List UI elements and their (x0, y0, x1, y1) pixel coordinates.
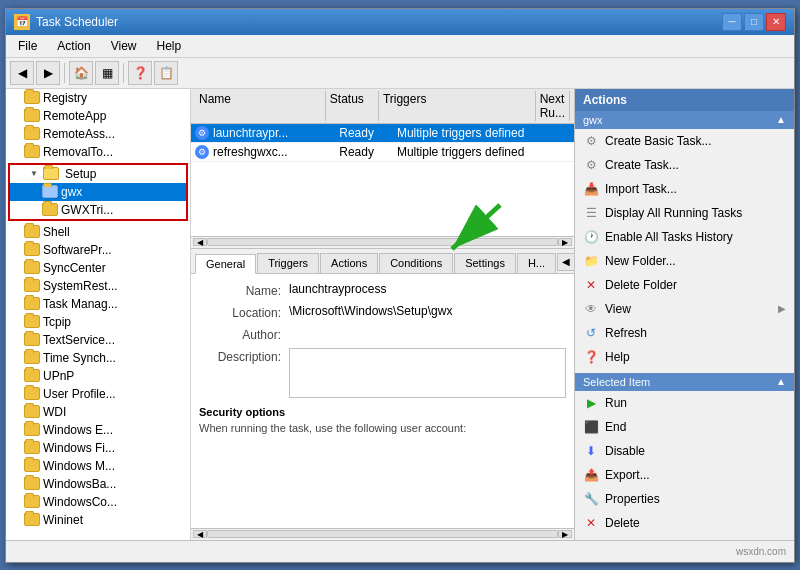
action-import-task[interactable]: 📥 Import Task... (575, 177, 794, 201)
sidebar-item-windowsm[interactable]: Windows M... (6, 457, 190, 475)
sidebar-item-systemrest[interactable]: SystemRest... (6, 277, 190, 295)
sidebar-item-tcpip[interactable]: Tcpip (6, 313, 190, 331)
tab-general[interactable]: General (195, 254, 256, 274)
sidebar-item-gwxtri[interactable]: GWXTri... (10, 201, 186, 219)
action-delete-folder[interactable]: ✕ Delete Folder (575, 273, 794, 297)
col-header-triggers[interactable]: Triggers (379, 91, 536, 121)
tab-settings[interactable]: Settings (454, 253, 516, 273)
action-label: Delete Folder (605, 278, 677, 292)
details-scroll-left[interactable]: ◀ (193, 530, 207, 538)
table-row[interactable]: ⚙ refreshgwxc... Ready Multiple triggers… (191, 143, 574, 162)
details-scroll-right[interactable]: ▶ (558, 530, 572, 538)
action-properties[interactable]: 🔧 Properties (575, 487, 794, 511)
folder-icon (42, 203, 58, 216)
sidebar-item-synccenter[interactable]: SyncCenter (6, 259, 190, 277)
center-panel: Name Status Triggers Next Ru... ⚙ launch… (191, 89, 574, 540)
forward-button[interactable]: ▶ (36, 61, 60, 85)
sidebar-item-wdi[interactable]: WDI (6, 403, 190, 421)
folder-icon (24, 333, 40, 346)
sidebar-item-registry[interactable]: Registry (6, 89, 190, 107)
actions-panel: Actions gwx ▲ ⚙ Create Basic Task... ⚙ C… (574, 89, 794, 540)
tab-history[interactable]: H... (517, 253, 556, 273)
col-header-nextrun[interactable]: Next Ru... (536, 91, 570, 121)
sidebar-item-shell[interactable]: Shell (6, 223, 190, 241)
sidebar-item-windowsco[interactable]: WindowsCo... (6, 493, 190, 511)
author-label: Author: (199, 326, 289, 342)
table-row[interactable]: ⚙ launchtraypr... Ready Multiple trigger… (191, 124, 574, 143)
collapse-gwx-btn[interactable]: ▲ (776, 114, 786, 125)
sidebar-item-gwx[interactable]: gwx (10, 183, 186, 201)
tab-triggers[interactable]: Triggers (257, 253, 319, 273)
action-export[interactable]: 📤 Export... (575, 463, 794, 487)
menu-view[interactable]: View (103, 37, 145, 55)
folder-icon (24, 495, 40, 508)
sidebar-item-textservice[interactable]: TextService... (6, 331, 190, 349)
action-create-basic[interactable]: ⚙ Create Basic Task... (575, 129, 794, 153)
menu-action[interactable]: Action (49, 37, 98, 55)
sidebar-item-windowsfi[interactable]: Windows Fi... (6, 439, 190, 457)
tab-actions[interactable]: Actions (320, 253, 378, 273)
menu-help[interactable]: Help (149, 37, 190, 55)
sidebar-item-upnp[interactable]: UPnP (6, 367, 190, 385)
action-label: Refresh (605, 326, 647, 340)
action-refresh[interactable]: ↺ Refresh (575, 321, 794, 345)
sidebar-item-removalto[interactable]: RemovalTo... (6, 143, 190, 161)
tab-prev-btn[interactable]: ◀ (557, 253, 574, 271)
action-end[interactable]: ⬛ End (575, 415, 794, 439)
expand-arrow: ▼ (28, 168, 40, 180)
sidebar-item-taskmanag[interactable]: Task Manag... (6, 295, 190, 313)
action-enable-history[interactable]: 🕐 Enable All Tasks History (575, 225, 794, 249)
up-button[interactable]: ▦ (95, 61, 119, 85)
folder-icon (24, 369, 40, 382)
task-list-hscrollbar[interactable]: ◀ ▶ (191, 236, 574, 248)
action-run[interactable]: ▶ Run (575, 391, 794, 415)
action-label: Create Basic Task... (605, 134, 712, 148)
sidebar-item-softwarepr[interactable]: SoftwarePr... (6, 241, 190, 259)
hscroll-track[interactable] (207, 238, 558, 246)
menu-file[interactable]: File (10, 37, 45, 55)
sidebar-item-wininet[interactable]: Wininet (6, 511, 190, 529)
action-help[interactable]: ❓ Help (575, 345, 794, 369)
col-header-status[interactable]: Status (326, 91, 379, 121)
action-label: Create Task... (605, 158, 679, 172)
action-display-running[interactable]: ☰ Display All Running Tasks (575, 201, 794, 225)
sidebar-item-setup[interactable]: ▼ Setup (10, 165, 186, 183)
back-button[interactable]: ◀ (10, 61, 34, 85)
selected-item-section-title[interactable]: Selected Item ▲ (575, 373, 794, 391)
security-header: Security options (199, 406, 566, 418)
details-hscrollbar[interactable]: ◀ ▶ (191, 528, 574, 540)
collapse-selected-btn[interactable]: ▲ (776, 376, 786, 387)
sidebar-item-timesynch[interactable]: Time Synch... (6, 349, 190, 367)
sidebar-item-remoteapp[interactable]: RemoteApp (6, 107, 190, 125)
sidebar-item-remoteass[interactable]: RemoteAss... (6, 125, 190, 143)
col-header-name[interactable]: Name (195, 91, 326, 121)
list-icon: ☰ (583, 205, 599, 221)
action-new-folder[interactable]: 📁 New Folder... (575, 249, 794, 273)
details-hscroll-track[interactable] (207, 530, 558, 538)
help-button[interactable]: ❓ (128, 61, 152, 85)
export-button[interactable]: 📋 (154, 61, 178, 85)
scroll-right-btn[interactable]: ▶ (558, 238, 572, 246)
action-delete[interactable]: ✕ Delete (575, 511, 794, 535)
close-button[interactable]: ✕ (766, 13, 786, 31)
task-status: Ready (339, 126, 397, 140)
gwx-section-title[interactable]: gwx ▲ (575, 111, 794, 129)
maximize-button[interactable]: □ (744, 13, 764, 31)
scroll-left-btn[interactable]: ◀ (193, 238, 207, 246)
form-row-location: Location: \Microsoft\Windows\Setup\gwx (199, 304, 566, 320)
sidebar-item-userprofile[interactable]: User Profile... (6, 385, 190, 403)
toolbar: ◀ ▶ 🏠 ▦ ❓ 📋 (6, 58, 794, 89)
security-text: When running the task, use the following… (199, 422, 566, 434)
action-create-task[interactable]: ⚙ Create Task... (575, 153, 794, 177)
minimize-button[interactable]: ─ (722, 13, 742, 31)
description-value (289, 348, 566, 398)
home-button[interactable]: 🏠 (69, 61, 93, 85)
delete-icon: ✕ (583, 515, 599, 531)
action-disable[interactable]: ⬇ Disable (575, 439, 794, 463)
folder-icon-open (43, 167, 59, 180)
sidebar-item-windowse[interactable]: Windows E... (6, 421, 190, 439)
tab-conditions[interactable]: Conditions (379, 253, 453, 273)
action-label: Import Task... (605, 182, 677, 196)
action-view[interactable]: 👁 View ▶ (575, 297, 794, 321)
sidebar-item-windowsba[interactable]: WindowsBa... (6, 475, 190, 493)
